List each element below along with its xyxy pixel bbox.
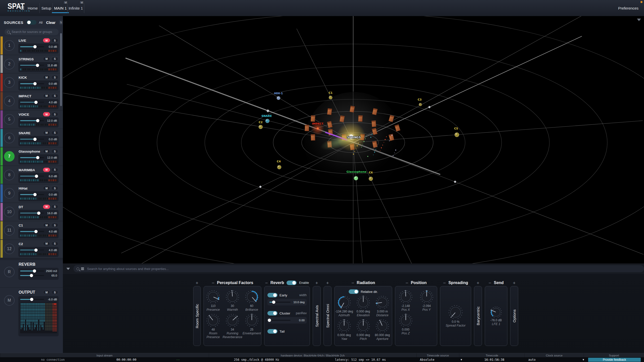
sources-scrollbar[interactable]	[60, 33, 62, 106]
expand-barycentric-button[interactable]: +	[476, 281, 479, 285]
knob-distance[interactable]	[375, 295, 389, 309]
property-search[interactable]	[73, 265, 644, 272]
viewport-dropdown-icon[interactable]	[637, 19, 641, 21]
source-number[interactable]: 11	[4, 225, 15, 236]
menu-icon[interactable]	[21, 7, 24, 10]
source-row-C2[interactable]: 12 C2 M S 4.0 dB	[0, 240, 63, 258]
gain-slider[interactable]	[20, 157, 44, 158]
spectral_omni-label[interactable]: Spectral Omni	[326, 304, 330, 328]
knob-aperture[interactable]	[375, 319, 389, 333]
tab-mute-badge[interactable]: M	[79, 1, 85, 4]
solo-button[interactable]: S	[51, 38, 58, 42]
sources-toggle[interactable]	[26, 20, 36, 25]
knob-lfe-1[interactable]	[490, 306, 502, 318]
collapse-spreading-button[interactable]: −	[443, 281, 446, 285]
gain-slider[interactable]	[20, 194, 44, 195]
output-mute-button[interactable]: M	[43, 290, 50, 294]
source-number[interactable]: 10	[4, 207, 15, 217]
source-row-SNARE[interactable]: 6 SNARE M S 0.0 dB	[0, 129, 63, 148]
options-label[interactable]: Options	[512, 309, 516, 323]
knob-envelopment[interactable]	[245, 313, 259, 328]
gain-slider[interactable]	[20, 102, 44, 103]
spectral_axis-label[interactable]: Spectral Axis	[315, 305, 319, 327]
mute-button[interactable]: M	[43, 75, 50, 79]
source-row-HiHat[interactable]: 9 HiHat M S 0.0 dB	[0, 184, 63, 203]
reverb-badge[interactable]: R	[4, 267, 15, 277]
knob-presence[interactable]	[206, 290, 220, 304]
source-number[interactable]: 1	[4, 40, 15, 51]
solo-button[interactable]: S	[51, 242, 58, 246]
expand-spectral_omni-button[interactable]: +	[326, 281, 329, 285]
3d-scene-viewport[interactable]: HIH-1C1C3C5SNAREC2IMPACTSTRINGSC4Glassop…	[63, 16, 644, 263]
source-row-Glassophone[interactable]: 7 Glassophone M S 12.0 dB	[0, 147, 63, 166]
gain-slider[interactable]	[20, 231, 44, 232]
knob-brilliance[interactable]	[245, 290, 259, 304]
width-slider[interactable]: 10.0 deg	[267, 299, 307, 305]
solo-button[interactable]: S	[51, 223, 58, 227]
source-number[interactable]: 3	[4, 77, 15, 88]
output-gain-slider[interactable]	[20, 299, 44, 300]
mute-button[interactable]: M	[43, 112, 50, 116]
knob-pitch[interactable]	[356, 319, 370, 333]
source-row-LIVE[interactable]: 1 LIVE M S 0.0 dB	[0, 36, 63, 55]
reverberance-slider[interactable]	[20, 275, 44, 276]
solo-button[interactable]: S	[51, 131, 58, 135]
collapse-reverb-button[interactable]: −	[265, 281, 268, 285]
sources-clear-button[interactable]: Clear	[46, 20, 56, 25]
source-row-VOICE[interactable]: 5 VOICE M S 12.0 dB	[0, 110, 63, 129]
preferences-button[interactable]: Preferences	[618, 0, 638, 16]
tail-toggle[interactable]	[267, 329, 277, 334]
solo-button[interactable]: S	[51, 94, 58, 98]
mute-button[interactable]: M	[43, 205, 50, 209]
mute-button[interactable]: M	[43, 149, 50, 153]
expand-room_specific-button[interactable]: +	[195, 281, 198, 285]
solo-button[interactable]: S	[51, 75, 58, 79]
knob-elevation[interactable]	[356, 295, 370, 309]
output-solo-button[interactable]: S	[51, 290, 58, 294]
source-row-DT[interactable]: 10 DT M S 16.0 dB	[0, 203, 63, 221]
source-number[interactable]: 4	[4, 96, 15, 106]
cluster-toggle[interactable]	[267, 311, 277, 315]
knob-pos-z[interactable]	[399, 313, 413, 328]
tab-setup[interactable]: Setup	[40, 0, 53, 16]
mute-button[interactable]: M	[43, 223, 50, 227]
source-number[interactable]: 9	[4, 188, 15, 199]
source-number[interactable]: 6	[4, 133, 15, 143]
clock-source-select[interactable]: auto▼	[528, 357, 586, 362]
expand-spectral_axis-button[interactable]: +	[315, 281, 318, 285]
barycentric-label[interactable]: Barycentric	[476, 306, 480, 325]
mute-button[interactable]: M	[43, 94, 50, 98]
collapse-send-button[interactable]: −	[489, 281, 491, 285]
tab-home[interactable]: Home	[26, 0, 39, 16]
knob-spread-factor[interactable]	[448, 305, 463, 320]
collapse-position-button[interactable]: −	[406, 281, 408, 285]
room-size-slider[interactable]	[20, 270, 44, 272]
knob-yaw[interactable]	[337, 319, 351, 333]
mute-button[interactable]: M	[43, 242, 50, 246]
knob-pos-x[interactable]	[399, 290, 413, 304]
relative-dir-toggle[interactable]	[349, 289, 359, 294]
gain-slider[interactable]	[20, 176, 44, 177]
mute-button[interactable]: M	[43, 168, 50, 172]
gain-slider[interactable]	[20, 139, 44, 140]
sources-search[interactable]	[5, 29, 59, 35]
solo-button[interactable]: S	[51, 57, 58, 61]
solo-button[interactable]: S	[51, 149, 58, 153]
source-number[interactable]: 7	[4, 151, 15, 162]
expand-options-button[interactable]: +	[513, 281, 515, 285]
solo-button[interactable]: S	[51, 205, 58, 209]
knob-running-reverberance[interactable]	[225, 313, 239, 328]
source-row-MARIMBA[interactable]: 8 MARIMBA M S 6.0 dB	[0, 166, 63, 185]
source-row-STRINGS[interactable]: 2 STRINGS M S 11.8 dB	[0, 55, 63, 74]
mute-button[interactable]: M	[43, 38, 50, 42]
source-row-KICK[interactable]: 3 KICK M S 0.0 dB	[0, 73, 63, 92]
knob-room-presence[interactable]	[206, 313, 220, 328]
source-number[interactable]: 2	[4, 59, 15, 69]
gain-slider[interactable]	[20, 120, 44, 121]
provide-feedback-button[interactable]: Provide feedback	[588, 358, 641, 362]
knob-pos-y[interactable]	[420, 290, 434, 304]
early-toggle[interactable]	[267, 293, 277, 297]
mute-button[interactable]: M	[43, 186, 50, 190]
solo-button[interactable]: S	[51, 168, 58, 172]
collapse-perceptual-button[interactable]: −	[212, 281, 214, 285]
